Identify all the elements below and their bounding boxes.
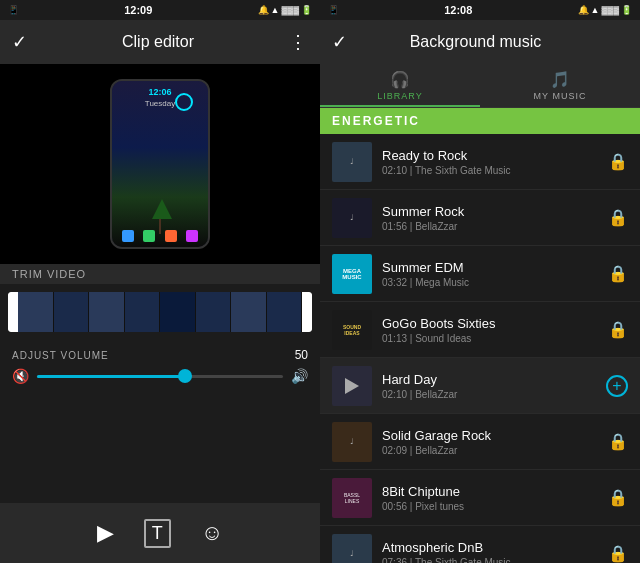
track-3-info: Summer EDM 03:32 | Mega Music [382, 260, 600, 288]
emoji-button[interactable]: ☺ [201, 520, 223, 546]
track-4-thumb: SOUNDIDEAS [332, 310, 372, 350]
volume-high-icon: 🔊 [291, 368, 308, 384]
track-gogo-boots[interactable]: SOUNDIDEAS GoGo Boots Sixties 01:13 | So… [320, 302, 640, 358]
track-5-thumb [332, 366, 372, 406]
track-solid-garage[interactable]: ♩ Solid Garage Rock 02:09 | BellaZzar 🔒 [320, 414, 640, 470]
track-6-info: Solid Garage Rock 02:09 | BellaZzar [382, 428, 600, 456]
right-status-bar: 📱 12:08 🔔 ▲ ▓▓▓ 🔋 [320, 0, 640, 20]
left-more-button[interactable]: ⋮ [289, 31, 308, 53]
clip-editor-panel: 📱 12:09 🔔 ▲ ▓▓▓ 🔋 ✓ Clip editor ⋮ 12:06 … [0, 0, 320, 563]
track-6-meta: 02:09 | BellaZzar [382, 445, 600, 456]
my-music-icon: 🎵 [550, 70, 570, 89]
volume-fill [37, 375, 185, 378]
phone-circle-widget [175, 93, 193, 111]
volume-label: ADJUST VOLUME [12, 350, 109, 361]
right-top-bar: ✓ Background music [320, 20, 640, 64]
track-6-lock-icon: 🔒 [608, 432, 628, 451]
phone-time: 12:06 [112, 87, 208, 97]
track-7-lock-icon: 🔒 [608, 488, 628, 507]
track-6-title: Solid Garage Rock [382, 428, 600, 443]
library-icon: 🎧 [390, 70, 410, 89]
trim-label: TRIM VIDEO [0, 264, 320, 284]
track-atmospheric-dnb[interactable]: ♩ Atmospheric DnB 07:36 | The Sixth Gate… [320, 526, 640, 563]
section-header: ENERGETIC [320, 108, 640, 134]
track-4-meta: 01:13 | Sound Ideas [382, 333, 600, 344]
phone-day: Tuesday [112, 99, 208, 108]
track-4-info: GoGo Boots Sixties 01:13 | Sound Ideas [382, 316, 600, 344]
track-1-title: Ready to Rock [382, 148, 600, 163]
track-2-lock-icon: 🔒 [608, 208, 628, 227]
track-1-lock-icon: 🔒 [608, 152, 628, 171]
track-hard-day[interactable]: Hard Day 02:10 | BellaZzar + [320, 358, 640, 414]
track-ready-to-rock[interactable]: ♩ Ready to Rock 02:10 | The Sixth Gate M… [320, 134, 640, 190]
track-5-meta: 02:10 | BellaZzar [382, 389, 598, 400]
track-7-thumb: BASSLLINES [332, 478, 372, 518]
track-summer-rock[interactable]: ♩ Summer Rock 01:56 | BellaZzar 🔒 [320, 190, 640, 246]
tab-library[interactable]: 🎧 LIBRARY [320, 64, 480, 107]
right-time: 12:08 [444, 4, 472, 16]
volume-thumb[interactable] [178, 369, 192, 383]
video-preview: 12:06 Tuesday [0, 64, 320, 264]
track-8-info: Atmospheric DnB 07:36 | The Sixth Gate M… [382, 540, 600, 564]
left-time: 12:09 [124, 4, 152, 16]
track-5-add-button[interactable]: + [606, 375, 628, 397]
background-music-panel: 📱 12:08 🔔 ▲ ▓▓▓ 🔋 ✓ Background music 🎧 L… [320, 0, 640, 563]
right-signal-icons: 🔔 ▲ ▓▓▓ 🔋 [578, 5, 632, 15]
right-title: Background music [410, 33, 542, 51]
trim-section [0, 284, 320, 340]
track-1-info: Ready to Rock 02:10 | The Sixth Gate Mus… [382, 148, 600, 176]
left-top-bar: ✓ Clip editor ⋮ [0, 20, 320, 64]
track-8bit-chiptune[interactable]: BASSLLINES 8Bit Chiptune 00:56 | Pixel t… [320, 470, 640, 526]
volume-section: ADJUST VOLUME 50 🔇 🔊 [0, 340, 320, 392]
track-8-meta: 07:36 | The Sixth Gate Music [382, 557, 600, 564]
track-4-lock-icon: 🔒 [608, 320, 628, 339]
music-list[interactable]: ♩ Ready to Rock 02:10 | The Sixth Gate M… [320, 134, 640, 563]
track-5-info: Hard Day 02:10 | BellaZzar [382, 372, 598, 400]
trim-handle-right[interactable] [302, 292, 312, 332]
volume-value: 50 [295, 348, 308, 362]
track-2-info: Summer Rock 01:56 | BellaZzar [382, 204, 600, 232]
track-7-meta: 00:56 | Pixel tunes [382, 501, 600, 512]
library-label: LIBRARY [377, 91, 422, 101]
track-2-title: Summer Rock [382, 204, 600, 219]
volume-mute-icon: 🔇 [12, 368, 29, 384]
track-4-title: GoGo Boots Sixties [382, 316, 600, 331]
right-check-button[interactable]: ✓ [332, 31, 347, 53]
track-6-thumb: ♩ [332, 422, 372, 462]
track-8-lock-icon: 🔒 [608, 544, 628, 563]
track-8-thumb: ♩ [332, 534, 372, 564]
left-title: Clip editor [122, 33, 194, 51]
left-signal-icons: 🔔 ▲ ▓▓▓ 🔋 [258, 5, 312, 15]
tab-my-music[interactable]: 🎵 MY MUSIC [480, 64, 640, 107]
volume-slider-row: 🔇 🔊 [12, 368, 308, 384]
left-check-button[interactable]: ✓ [12, 31, 27, 53]
track-3-lock-icon: 🔒 [608, 264, 628, 283]
trim-timeline[interactable] [8, 292, 312, 332]
left-status-icons: 📱 [8, 5, 19, 15]
my-music-label: MY MUSIC [534, 91, 587, 101]
track-3-thumb: MEGA MUSIC [332, 254, 372, 294]
phone-mockup: 12:06 Tuesday [110, 79, 210, 249]
text-button[interactable]: T [144, 519, 171, 548]
tab-bar: 🎧 LIBRARY 🎵 MY MUSIC [320, 64, 640, 108]
left-status-bar: 📱 12:09 🔔 ▲ ▓▓▓ 🔋 [0, 0, 320, 20]
track-2-meta: 01:56 | BellaZzar [382, 221, 600, 232]
track-7-info: 8Bit Chiptune 00:56 | Pixel tunes [382, 484, 600, 512]
track-8-title: Atmospheric DnB [382, 540, 600, 555]
volume-slider[interactable] [37, 375, 283, 378]
right-status-icons: 📱 [328, 5, 339, 15]
track-7-title: 8Bit Chiptune [382, 484, 600, 499]
track-2-thumb: ♩ [332, 198, 372, 238]
left-bottom-toolbar: ▶ T ☺ [0, 503, 320, 563]
track-1-meta: 02:10 | The Sixth Gate Music [382, 165, 600, 176]
track-3-meta: 03:32 | Mega Music [382, 277, 600, 288]
play-button[interactable]: ▶ [97, 520, 114, 546]
track-5-title: Hard Day [382, 372, 598, 387]
track-summer-edm[interactable]: MEGA MUSIC Summer EDM 03:32 | Mega Music… [320, 246, 640, 302]
phone-app-icons [112, 230, 208, 242]
trim-handle-left[interactable] [8, 292, 18, 332]
track-1-thumb: ♩ [332, 142, 372, 182]
play-triangle-icon [345, 378, 359, 394]
track-3-title: Summer EDM [382, 260, 600, 275]
